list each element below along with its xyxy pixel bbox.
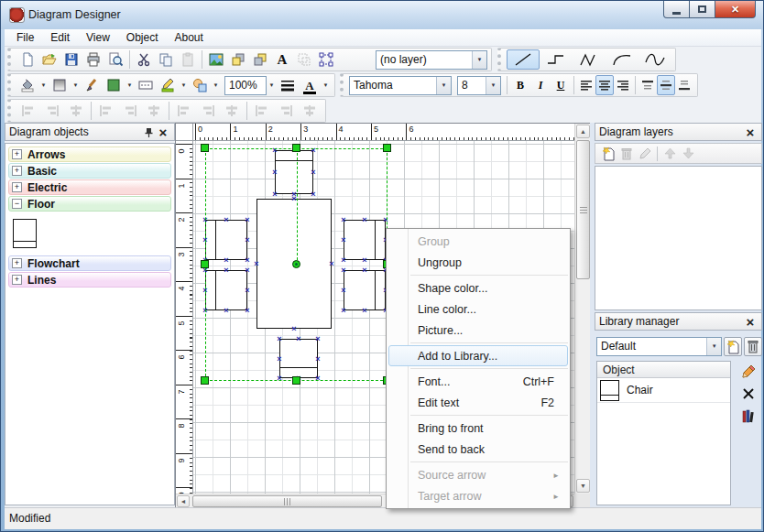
bring-forward-button[interactable] [227, 49, 249, 70]
format-brush-button[interactable] [81, 75, 103, 95]
print-preview-button[interactable] [104, 49, 126, 70]
line-curve-button[interactable] [638, 49, 671, 70]
gradient-dropdown[interactable]: ▼ [71, 75, 81, 95]
horizontal-scroll-thumb[interactable] [192, 495, 382, 507]
selection-handle[interactable] [201, 376, 209, 385]
valign-bottom-button[interactable] [675, 75, 693, 95]
valign-top-button[interactable] [638, 75, 657, 95]
font-color-dropdown[interactable]: ▼ [321, 75, 331, 95]
selection-handle[interactable] [201, 144, 209, 152]
fill-color-dropdown[interactable]: ▼ [38, 75, 49, 95]
line-straight-button[interactable] [507, 49, 540, 70]
select-handles-button[interactable] [315, 49, 337, 70]
zoom-dropdown[interactable]: ▼ [267, 75, 277, 95]
fill-color-button[interactable] [16, 75, 38, 95]
line-width-button[interactable] [277, 75, 299, 95]
font-size-combobox[interactable]: 8 ▼ [457, 76, 501, 95]
send-backward-button[interactable] [249, 49, 271, 70]
layer-combobox-arrow-icon[interactable]: ▼ [472, 51, 486, 69]
context-menu-item-send-to-back[interactable]: Send to back [388, 439, 568, 460]
category-arrows[interactable]: +Arrows [8, 147, 171, 162]
text-tool-button[interactable]: A [271, 49, 293, 70]
open-button[interactable] [38, 49, 60, 70]
align-center-button[interactable] [595, 75, 614, 95]
scroll-up-icon[interactable]: ▲ [576, 125, 590, 138]
library-column-header[interactable]: Object [597, 362, 730, 378]
library-panel-close-icon[interactable]: × [743, 314, 758, 329]
bold-button[interactable]: B [510, 75, 530, 95]
title-bar[interactable]: Diagram Designer ✕ [1, 1, 763, 29]
selection-center-handle[interactable] [292, 260, 300, 268]
context-menu-item-bring-to-front[interactable]: Bring to front [388, 418, 568, 439]
vertical-scroll-thumb[interactable] [576, 140, 590, 279]
category-floor[interactable]: −Floor [8, 196, 171, 212]
library-item-chair[interactable]: Chair [597, 378, 730, 403]
menu-edit[interactable]: Edit [42, 29, 78, 47]
close-button[interactable]: ✕ [715, 1, 756, 18]
library-combobox[interactable]: Default ▼ [596, 337, 722, 356]
scroll-down-icon[interactable]: ▼ [576, 479, 590, 493]
minimize-button[interactable] [663, 1, 690, 18]
selection-handle[interactable] [201, 260, 209, 268]
expand-icon[interactable]: + [12, 149, 22, 159]
expand-icon[interactable]: + [12, 258, 22, 268]
line-zigzag-button[interactable] [573, 49, 606, 70]
insert-picture-button[interactable] [205, 49, 227, 70]
copy-button[interactable] [155, 49, 177, 70]
line-color-button[interactable] [157, 75, 179, 95]
category-basic[interactable]: +Basic [8, 163, 171, 179]
category-flowchart[interactable]: +Flowchart [8, 255, 171, 271]
line-elbow-button[interactable] [540, 49, 573, 70]
shadow-button[interactable] [189, 75, 211, 95]
print-button[interactable] [82, 49, 104, 70]
pin-icon[interactable] [141, 125, 156, 139]
delete-library-button[interactable] [744, 337, 762, 356]
context-menu-item-add-to-library[interactable]: Add to Library... [388, 345, 568, 366]
line-dash-button[interactable] [135, 75, 157, 95]
context-menu-item-picture[interactable]: Picture... [388, 320, 568, 341]
library-books-icon[interactable] [739, 407, 758, 424]
italic-button[interactable]: I [530, 75, 551, 95]
selection-handle[interactable] [292, 144, 300, 152]
new-library-button[interactable] [724, 337, 742, 356]
selection-handle[interactable] [292, 376, 300, 385]
line-arc-button[interactable] [606, 49, 638, 70]
cut-button[interactable] [133, 49, 155, 70]
expand-icon[interactable]: + [12, 275, 22, 285]
shape-color-dropdown[interactable]: ▼ [125, 75, 135, 95]
chair-object-thumbnail[interactable] [13, 219, 37, 248]
font-family-arrow-icon[interactable]: ▼ [436, 77, 451, 94]
shape-color-button[interactable] [103, 75, 125, 95]
new-layer-button[interactable] [599, 145, 617, 162]
shadow-dropdown[interactable]: ▼ [211, 75, 221, 95]
font-color-button[interactable]: A [299, 75, 321, 95]
scroll-left-icon[interactable]: ◄ [177, 495, 190, 507]
collapse-icon[interactable]: − [12, 199, 22, 209]
line-color-dropdown[interactable]: ▼ [179, 75, 189, 95]
zoom-combobox[interactable]: 100% [224, 76, 267, 95]
context-menu-item-shape-color[interactable]: Shape color... [388, 277, 568, 299]
expand-icon[interactable]: + [12, 182, 22, 192]
font-family-combobox[interactable]: Tahoma ▼ [349, 76, 452, 95]
expand-icon[interactable]: + [12, 166, 22, 176]
category-electric[interactable]: +Electric [8, 179, 171, 195]
maximize-button[interactable] [690, 1, 715, 18]
vertical-scrollbar[interactable]: ▲ ▼ [574, 124, 590, 494]
menu-object[interactable]: Object [118, 29, 167, 47]
align-left-button[interactable] [577, 75, 595, 95]
menu-view[interactable]: View [78, 29, 118, 47]
context-menu-item-line-color[interactable]: Line color... [388, 299, 568, 320]
selection-handle[interactable] [383, 144, 391, 152]
gradient-button[interactable] [49, 75, 71, 95]
underline-button[interactable]: U [551, 75, 571, 95]
menu-about[interactable]: About [167, 29, 212, 47]
valign-middle-button[interactable] [657, 75, 675, 95]
objects-panel-close-icon[interactable]: × [156, 125, 170, 139]
context-menu-item-edit-text[interactable]: Edit textF2 [388, 392, 568, 413]
font-size-arrow-icon[interactable]: ▼ [486, 77, 500, 94]
menu-file[interactable]: File [8, 29, 42, 47]
edit-object-button[interactable] [739, 363, 758, 380]
layers-panel-close-icon[interactable]: × [743, 125, 758, 139]
layers-list[interactable] [595, 166, 762, 310]
align-right-button[interactable] [614, 75, 632, 95]
